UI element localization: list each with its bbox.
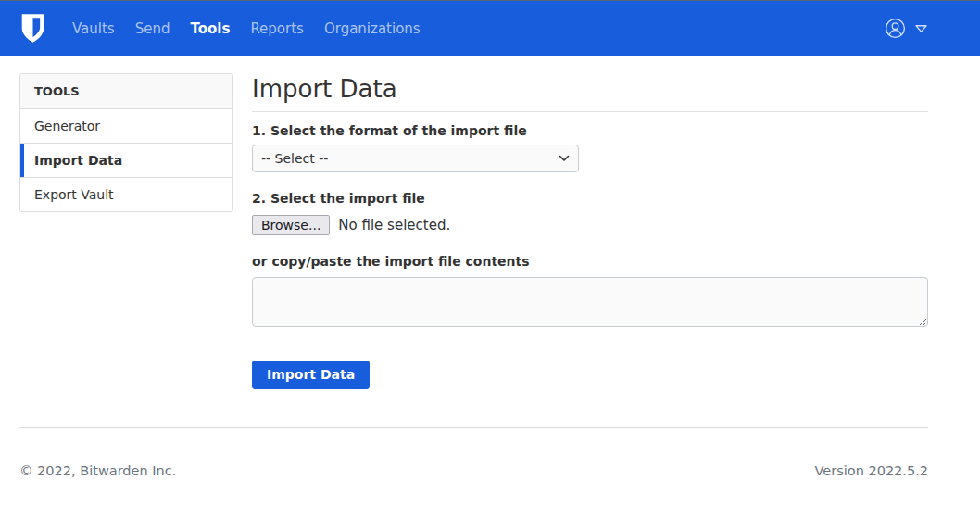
bitwarden-logo-link[interactable] bbox=[19, 13, 46, 44]
import-data-panel: Import Data 1. Select the format of the … bbox=[252, 73, 928, 389]
navbar-inner: Vaults Send Tools Reports Organizations bbox=[19, 13, 928, 44]
page-title: Import Data bbox=[252, 73, 928, 105]
format-select-wrap: -- Select -- bbox=[252, 145, 579, 172]
nav-item-tools[interactable]: Tools bbox=[180, 15, 240, 43]
import-contents-textarea[interactable] bbox=[252, 277, 928, 327]
tools-card: TOOLS Generator Import Data Export Vault bbox=[19, 73, 233, 212]
caret-down-icon bbox=[914, 23, 928, 33]
file-status-text: No file selected. bbox=[338, 217, 450, 234]
sidebar-item-label: Import Data bbox=[34, 153, 122, 168]
account-menu-button[interactable] bbox=[885, 14, 928, 43]
version-text: Version 2022.5.2 bbox=[815, 463, 929, 478]
nav-item-reports[interactable]: Reports bbox=[240, 15, 314, 43]
page-footer: © 2022, Bitwarden Inc. Version 2022.5.2 bbox=[19, 428, 928, 478]
step1-label: 1. Select the format of the import file bbox=[252, 123, 928, 138]
nav-item-vaults[interactable]: Vaults bbox=[62, 15, 125, 43]
file-group: 2. Select the import file Browse... No f… bbox=[252, 191, 928, 235]
sidebar-header: TOOLS bbox=[20, 74, 232, 109]
tools-sidebar: TOOLS Generator Import Data Export Vault bbox=[19, 73, 233, 389]
copyright-text: © 2022, Bitwarden Inc. bbox=[19, 463, 176, 478]
sidebar-item-label: Generator bbox=[34, 119, 100, 133]
nav-item-organizations[interactable]: Organizations bbox=[314, 15, 431, 43]
paste-label: or copy/paste the import file contents bbox=[252, 254, 928, 269]
step2-label: 2. Select the import file bbox=[252, 191, 928, 206]
format-select[interactable]: -- Select -- bbox=[252, 145, 579, 172]
paste-group: or copy/paste the import file contents bbox=[252, 254, 928, 327]
sidebar-item-generator[interactable]: Generator bbox=[20, 109, 232, 144]
main-nav: Vaults Send Tools Reports Organizations bbox=[62, 15, 431, 43]
import-data-button[interactable]: Import Data bbox=[252, 361, 370, 389]
nav-item-send[interactable]: Send bbox=[125, 15, 181, 43]
format-group: 1. Select the format of the import file … bbox=[252, 123, 928, 172]
bitwarden-shield-icon bbox=[19, 13, 46, 44]
sidebar-item-label: Export Vault bbox=[34, 187, 114, 202]
browse-button[interactable]: Browse... bbox=[252, 215, 330, 235]
page-container: TOOLS Generator Import Data Export Vault… bbox=[19, 56, 928, 478]
person-circle-icon bbox=[885, 18, 906, 39]
sidebar-item-import-data[interactable]: Import Data bbox=[20, 144, 232, 178]
file-input-row: Browse... No file selected. bbox=[252, 215, 928, 235]
top-navbar: Vaults Send Tools Reports Organizations bbox=[0, 0, 980, 56]
sidebar-item-export-vault[interactable]: Export Vault bbox=[20, 178, 232, 211]
title-divider bbox=[252, 111, 928, 112]
